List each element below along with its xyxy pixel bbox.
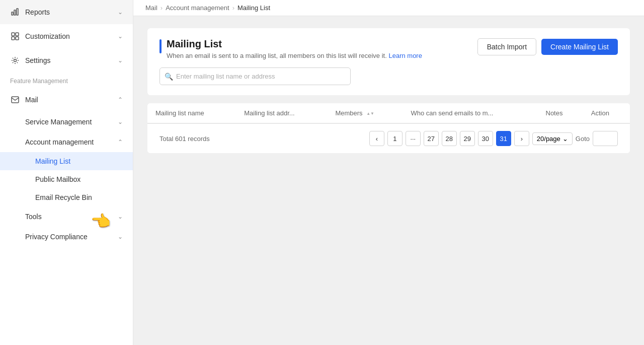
breadcrumb: Mail › Account management › Mailing List bbox=[133, 0, 644, 16]
sidebar-item-mail[interactable]: Mail ⌃ bbox=[0, 88, 133, 112]
page-ellipsis-button: ··· bbox=[406, 131, 421, 146]
sidebar-item-email-recycle-bin[interactable]: Email Recycle Bin bbox=[0, 188, 133, 206]
breadcrumb-mail[interactable]: Mail bbox=[145, 4, 157, 12]
col-who-send: Who can send emails to m... bbox=[403, 103, 537, 123]
col-members[interactable]: Members ▲▼ bbox=[327, 103, 403, 123]
service-management-chevron: ⌄ bbox=[118, 118, 123, 125]
privacy-compliance-label: Privacy Compliance bbox=[25, 233, 88, 241]
sidebar-item-account-management[interactable]: Account management ⌃ bbox=[0, 132, 133, 152]
public-mailbox-label: Public Mailbox bbox=[35, 175, 80, 183]
main-content: Mail › Account management › Mailing List… bbox=[133, 0, 644, 345]
reports-label: Reports bbox=[25, 8, 50, 16]
search-bar: 🔍 bbox=[159, 67, 618, 85]
privacy-compliance-chevron: ⌄ bbox=[118, 233, 123, 240]
sidebar: Reports ⌄ Customization ⌄ bbox=[0, 0, 133, 345]
account-management-label: Account management bbox=[25, 138, 94, 146]
goto-label: Goto bbox=[576, 135, 590, 143]
customization-label: Customization bbox=[25, 32, 70, 40]
svg-rect-6 bbox=[16, 37, 19, 40]
learn-more-link[interactable]: Learn more bbox=[388, 52, 422, 59]
sidebar-item-tools[interactable]: Tools ⌄ bbox=[0, 206, 133, 227]
mail-label: Mail bbox=[25, 96, 38, 104]
pagination-bar: Total 601 records ‹ 1 ··· 27 28 29 30 31… bbox=[147, 123, 630, 153]
col-address: Mailing list addr... bbox=[236, 103, 327, 123]
breadcrumb-current: Mailing List bbox=[237, 4, 270, 12]
mailing-list-table-container: Mailing list name Mailing list addr... M… bbox=[147, 103, 630, 153]
total-records: Total 601 records bbox=[159, 135, 210, 143]
sidebar-top-section: Reports ⌄ Customization ⌄ bbox=[0, 0, 133, 73]
bar-chart-icon bbox=[10, 7, 20, 17]
grid-icon bbox=[10, 31, 20, 41]
svg-rect-5 bbox=[12, 37, 15, 40]
per-page-label: 20/page bbox=[537, 135, 560, 143]
page-1-button[interactable]: 1 bbox=[387, 131, 403, 146]
sidebar-item-privacy-compliance[interactable]: Privacy Compliance ⌄ bbox=[0, 227, 133, 247]
page-31-button[interactable]: 31 bbox=[496, 131, 511, 146]
page-28-button[interactable]: 28 bbox=[442, 131, 457, 146]
mailing-list-table: Mailing list name Mailing list addr... M… bbox=[147, 103, 630, 123]
breadcrumb-sep-2: › bbox=[232, 4, 234, 12]
reports-chevron: ⌄ bbox=[118, 9, 123, 16]
sidebar-item-mailing-list[interactable]: Mailing List bbox=[0, 152, 133, 170]
customization-chevron: ⌄ bbox=[118, 33, 123, 40]
title-bar-accent bbox=[159, 39, 162, 53]
members-sort-icon: ▲▼ bbox=[366, 112, 374, 116]
page-title: Mailing List bbox=[167, 38, 422, 50]
svg-rect-1 bbox=[14, 10, 16, 15]
svg-rect-0 bbox=[12, 12, 13, 15]
page-content-area: Mailing List When an email is sent to a … bbox=[133, 16, 644, 345]
search-input[interactable] bbox=[159, 67, 351, 85]
envelope-icon bbox=[10, 95, 20, 105]
mailing-list-label: Mailing List bbox=[35, 157, 70, 165]
sidebar-item-settings[interactable]: Settings ⌄ bbox=[0, 48, 133, 73]
breadcrumb-sep-1: › bbox=[160, 4, 163, 12]
per-page-chevron: ⌄ bbox=[562, 135, 568, 143]
svg-rect-8 bbox=[12, 97, 19, 103]
batch-import-button[interactable]: Batch Import bbox=[477, 38, 536, 55]
page-30-button[interactable]: 30 bbox=[478, 131, 493, 146]
col-notes: Notes bbox=[538, 103, 583, 123]
svg-point-7 bbox=[14, 59, 17, 62]
svg-rect-4 bbox=[16, 33, 19, 36]
col-name: Mailing list name bbox=[147, 103, 236, 123]
page-29-button[interactable]: 29 bbox=[460, 131, 475, 146]
page-27-button[interactable]: 27 bbox=[424, 131, 439, 146]
header-buttons: Batch Import Create Mailing List bbox=[477, 38, 618, 55]
prev-page-button[interactable]: ‹ bbox=[369, 131, 384, 146]
account-management-chevron: ⌃ bbox=[118, 139, 123, 146]
create-mailing-list-button[interactable]: Create Mailing List bbox=[541, 39, 618, 55]
svg-rect-3 bbox=[12, 33, 15, 36]
goto-input[interactable] bbox=[593, 131, 618, 146]
svg-rect-2 bbox=[17, 9, 18, 15]
sidebar-item-customization[interactable]: Customization ⌄ bbox=[0, 24, 133, 48]
mail-chevron: ⌃ bbox=[118, 96, 123, 103]
settings-label: Settings bbox=[25, 56, 51, 64]
page-title-area: Mailing List When an email is sent to a … bbox=[159, 38, 422, 59]
sidebar-item-reports[interactable]: Reports ⌄ bbox=[0, 0, 133, 24]
feature-management-label: Feature Management bbox=[0, 73, 133, 88]
page-subtitle: When an email is sent to a mailing list,… bbox=[167, 52, 422, 59]
email-recycle-bin-label: Email Recycle Bin bbox=[35, 193, 92, 201]
page-header-card: Mailing List When an email is sent to a … bbox=[147, 28, 630, 95]
per-page-selector[interactable]: 20/page ⌄ bbox=[532, 132, 573, 145]
search-icon: 🔍 bbox=[165, 73, 173, 81]
sidebar-item-public-mailbox[interactable]: Public Mailbox bbox=[0, 170, 133, 188]
service-management-label: Service Management bbox=[25, 118, 92, 126]
col-action: Action bbox=[583, 103, 630, 123]
tools-chevron: ⌄ bbox=[118, 213, 123, 220]
sidebar-mail-section: Mail ⌃ Service Management ⌄ Account mana… bbox=[0, 88, 133, 247]
gear-icon bbox=[10, 55, 20, 65]
settings-chevron: ⌄ bbox=[118, 57, 123, 64]
next-page-button[interactable]: › bbox=[514, 131, 529, 146]
sidebar-item-service-management[interactable]: Service Management ⌄ bbox=[0, 112, 133, 132]
breadcrumb-account-management[interactable]: Account management bbox=[166, 4, 229, 12]
tools-label: Tools bbox=[25, 213, 42, 221]
search-input-wrapper: 🔍 bbox=[159, 67, 351, 85]
